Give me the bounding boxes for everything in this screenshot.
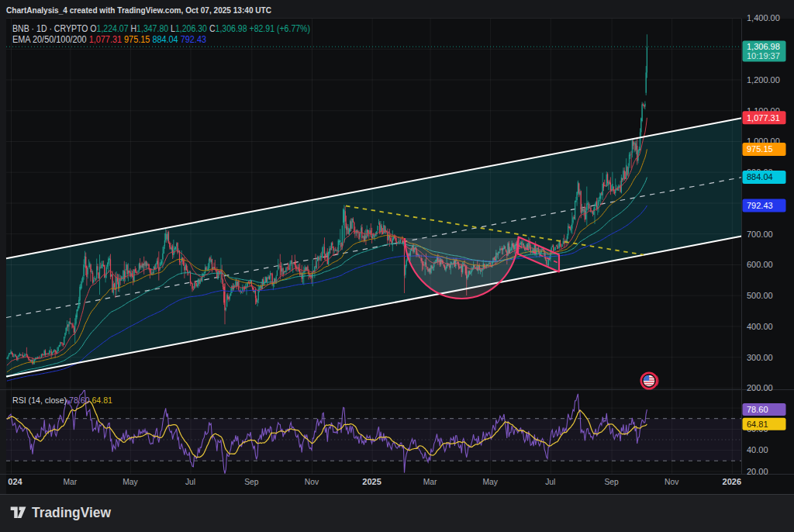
svg-text:40.00: 40.00 (747, 445, 768, 454)
svg-text:Nov: Nov (305, 478, 319, 486)
svg-text:BNB · 1D · CRYPTO O1,224.07 H1: BNB · 1D · CRYPTO O1,224.07 H1,347.80 L1… (12, 23, 310, 34)
svg-text:2026: 2026 (723, 477, 741, 486)
svg-text:1,077.31: 1,077.31 (747, 113, 780, 123)
svg-text:792.43: 792.43 (747, 201, 773, 210)
svg-text:024: 024 (8, 477, 22, 486)
svg-text:10:19:37: 10:19:37 (747, 51, 780, 60)
svg-text:700.00: 700.00 (747, 230, 773, 239)
svg-text:TradingView: TradingView (32, 504, 111, 520)
svg-text:400.00: 400.00 (747, 322, 773, 331)
svg-text:975.15: 975.15 (747, 144, 773, 154)
svg-text:2025: 2025 (362, 477, 381, 486)
svg-text:Jul: Jul (185, 478, 195, 486)
svg-text:Nov: Nov (665, 478, 679, 486)
svg-text:Mar: Mar (423, 478, 437, 486)
svg-text:200.00: 200.00 (747, 383, 773, 392)
svg-text:Sep: Sep (244, 478, 259, 486)
svg-text:1,306.98: 1,306.98 (747, 42, 780, 51)
svg-text:Jul: Jul (545, 478, 555, 486)
svg-text:20.00: 20.00 (747, 467, 768, 476)
svg-text:600.00: 600.00 (747, 260, 773, 269)
svg-text:1,400.00: 1,400.00 (747, 13, 780, 22)
svg-text:884.04: 884.04 (747, 172, 773, 181)
svg-text:78.60: 78.60 (747, 405, 768, 414)
svg-text:May: May (482, 478, 498, 486)
svg-text:Sep: Sep (604, 478, 619, 486)
svg-text:Mar: Mar (63, 478, 77, 486)
svg-text:May: May (123, 478, 138, 486)
svg-text:RSI (14, close) 78.60 64.81: RSI (14, close) 78.60 64.81 (12, 396, 112, 405)
svg-text:300.00: 300.00 (747, 353, 773, 362)
svg-text:EMA 20/50/100/200 1,077.31 975: EMA 20/50/100/200 1,077.31 975.15 884.04… (12, 34, 206, 45)
svg-text:ChartAnalysis_4 created with T: ChartAnalysis_4 created with TradingView… (6, 5, 271, 15)
svg-text:1,200.00: 1,200.00 (747, 75, 780, 85)
svg-text:64.81: 64.81 (747, 420, 768, 429)
svg-text:500.00: 500.00 (747, 291, 773, 300)
